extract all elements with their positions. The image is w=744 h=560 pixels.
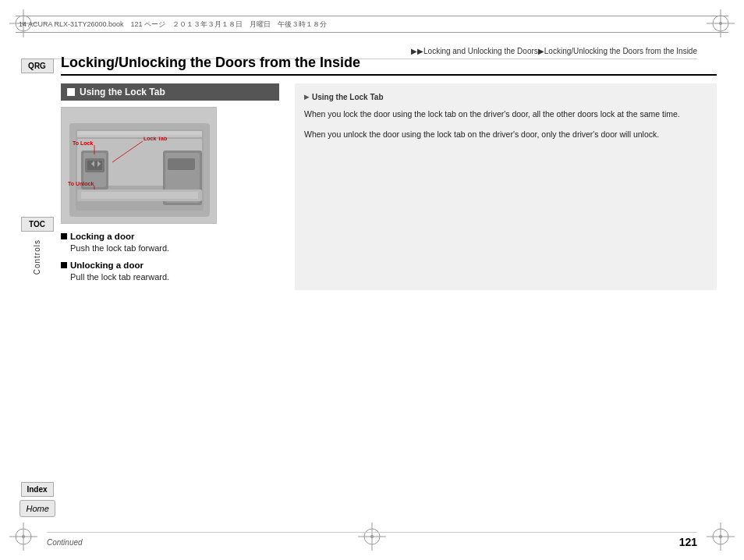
svg-point-15	[719, 535, 722, 538]
file-info-text: 14 ACURA RLX-31TY26000.book 121 ページ ２０１３…	[19, 19, 327, 30]
svg-rect-41	[81, 192, 198, 199]
locking-title: Locking a door	[61, 232, 279, 241]
locking-instruction: Locking a door Push the lock tab forward…	[61, 232, 279, 254]
sidebar-controls-label: Controls	[33, 239, 41, 275]
svg-rect-39	[168, 158, 195, 170]
section-title: Using the Lock Tab	[80, 87, 165, 97]
sidebar-item-toc[interactable]: TOC	[21, 217, 54, 232]
svg-rect-28	[87, 161, 102, 170]
section-header: Using the Lock Tab	[61, 83, 279, 101]
locking-square	[61, 233, 67, 239]
footer-page-number: 121	[679, 536, 697, 548]
sidebar-item-index[interactable]: Index	[21, 482, 54, 497]
door-illustration: To Lock To Unlock Lock Tab	[62, 108, 217, 224]
unlocking-instruction: Unlocking a door Pull the lock tab rearw…	[61, 261, 279, 283]
right-col-heading: Using the Lock Tab	[304, 91, 707, 103]
right-column: Using the Lock Tab When you lock the doo…	[295, 83, 717, 290]
svg-text:To Unlock: To Unlock	[68, 181, 94, 186]
sidebar-item-home[interactable]: Home	[19, 500, 55, 517]
left-column: Using the Lock Tab	[61, 83, 279, 290]
content-columns: Using the Lock Tab	[61, 83, 717, 290]
svg-rect-42	[77, 131, 202, 137]
sidebar-item-qrg[interactable]: QRG	[21, 58, 54, 73]
svg-point-11	[22, 535, 25, 538]
unlocking-text: Pull the lock tab rearward.	[70, 271, 279, 283]
svg-text:To Lock: To Lock	[73, 140, 93, 146]
page-title: Locking/Unlocking the Doors from the Ins…	[61, 55, 717, 76]
right-col-para1: When you lock the door using the lock ta…	[304, 108, 707, 120]
right-col-para2: When you unlock the door using the lock …	[304, 128, 707, 140]
unlocking-square	[61, 262, 67, 268]
section-header-square	[67, 88, 75, 96]
header-file-info: 14 ACURA RLX-31TY26000.book 121 ページ ２０１３…	[16, 16, 728, 33]
footer-continued: Continued	[47, 538, 83, 547]
corner-bl	[9, 523, 37, 551]
unlocking-title: Unlocking a door	[61, 261, 279, 270]
footer: Continued 121	[47, 532, 697, 548]
locking-text: Push the lock tab forward.	[70, 243, 279, 254]
sidebar: QRG TOC Controls Index Home	[16, 58, 58, 517]
main-content: Locking/Unlocking the Doors from the Ins…	[61, 55, 717, 529]
door-image: To Lock To Unlock Lock Tab	[61, 107, 217, 224]
